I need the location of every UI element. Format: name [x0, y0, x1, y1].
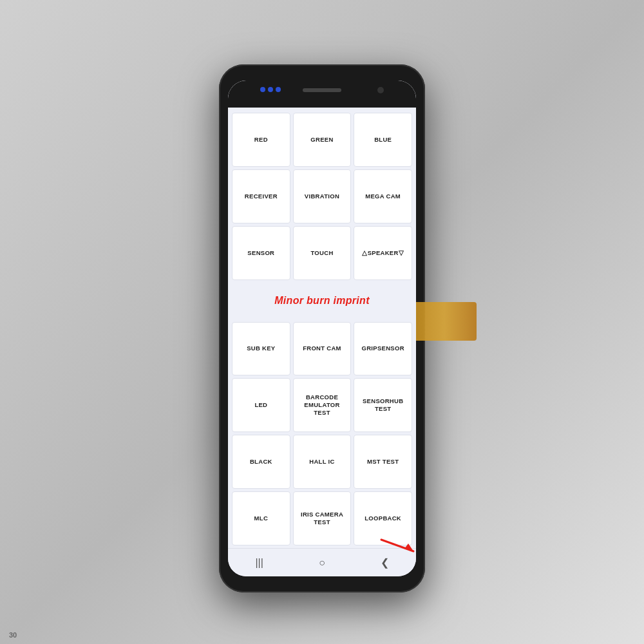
- btn-iris-camera-test[interactable]: IRIS CAMERATEST: [293, 491, 352, 545]
- sensor-dots: [260, 87, 281, 92]
- btn-black[interactable]: BLACK: [232, 435, 290, 489]
- nav-home-icon[interactable]: ○: [310, 551, 334, 574]
- btn-sub-key[interactable]: SUB KEY: [232, 322, 290, 376]
- btn-mst-test[interactable]: MST TEST: [354, 435, 412, 489]
- sensor-dot-3: [276, 87, 281, 92]
- btn-hall-ic[interactable]: HALL IC: [293, 435, 352, 489]
- nav-bar: ||| ○ ❮: [228, 548, 416, 576]
- btn-receiver[interactable]: RECEIVER: [232, 169, 290, 223]
- sensor-dot-1: [260, 87, 265, 92]
- burn-imprint-text: Minor burn imprint: [274, 294, 370, 308]
- btn-sensorhub-test[interactable]: SENSORHUB TEST: [354, 378, 412, 432]
- bottom-label: 30: [9, 631, 17, 639]
- btn-mega-cam[interactable]: MEGA CAM: [354, 169, 412, 223]
- btn-red[interactable]: RED: [232, 113, 290, 167]
- front-camera-dot: [377, 87, 384, 93]
- btn-gripsensor[interactable]: GRIPSENSOR: [354, 322, 412, 376]
- burn-imprint-row: Minor burn imprint: [232, 283, 412, 319]
- btn-blue[interactable]: BLUE: [354, 113, 412, 167]
- ribbon-cable: [412, 302, 477, 341]
- speaker-bar: [303, 88, 341, 92]
- phone-screen: RED GREEN BLUE RECEIVER VIBRATION MEGA C…: [228, 80, 416, 576]
- screen-content: RED GREEN BLUE RECEIVER VIBRATION MEGA C…: [228, 108, 416, 548]
- nav-back-icon[interactable]: ❮: [373, 551, 396, 574]
- sensor-dot-2: [268, 87, 273, 92]
- btn-led[interactable]: LED: [232, 378, 290, 432]
- btn-green[interactable]: GREEN: [293, 113, 352, 167]
- btn-speaker[interactable]: △SPEAKER▽: [354, 226, 412, 280]
- btn-barcode-emulator[interactable]: BARCODEEMULATOR TEST: [293, 378, 352, 432]
- phone-device: RED GREEN BLUE RECEIVER VIBRATION MEGA C…: [219, 64, 425, 592]
- button-grid: RED GREEN BLUE RECEIVER VIBRATION MEGA C…: [232, 113, 412, 545]
- btn-mlc[interactable]: MLC: [232, 491, 290, 545]
- btn-sensor[interactable]: SENSOR: [232, 226, 290, 280]
- btn-vibration[interactable]: VIBRATION: [293, 169, 352, 223]
- btn-loopback[interactable]: LOOPBACK: [354, 491, 412, 545]
- btn-touch[interactable]: TOUCH: [293, 226, 352, 280]
- btn-front-cam[interactable]: FRONT CAM: [293, 322, 352, 376]
- nav-recent-icon[interactable]: |||: [248, 551, 271, 574]
- phone-top-bar: [228, 80, 416, 108]
